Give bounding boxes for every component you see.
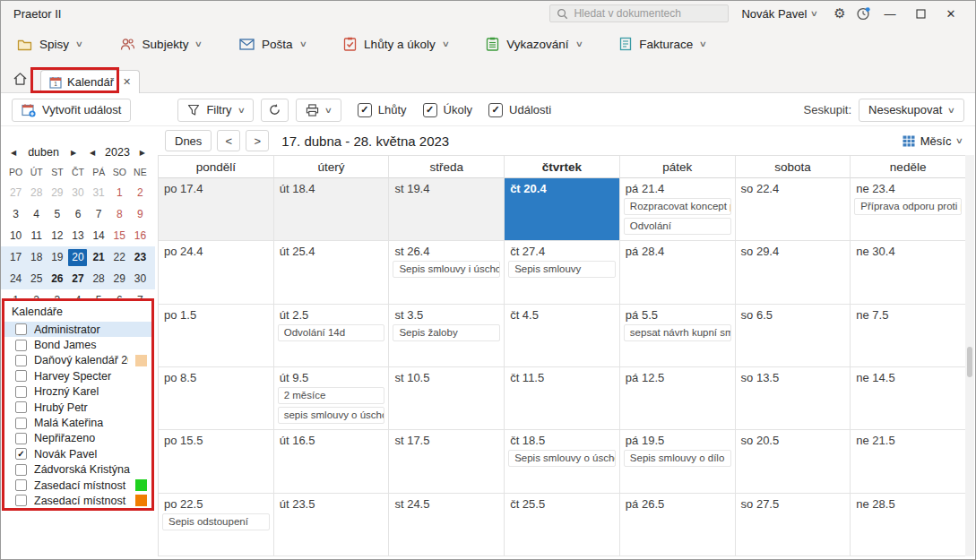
event-item[interactable]: Sepis smlouvy o dílo: [624, 450, 731, 467]
event-item[interactable]: Sepis smlouvy o úschově: [508, 450, 616, 467]
calendar-checkbox[interactable]: [15, 479, 27, 491]
day-cell[interactable]: po 22.5Sepis odstoupení: [159, 494, 274, 556]
day-cell[interactable]: po 1.5: [159, 305, 274, 367]
calendar-checkbox[interactable]: [15, 464, 27, 476]
mini-day-cell[interactable]: 27: [67, 268, 88, 289]
event-item[interactable]: Rozpracovat koncept podá: [624, 198, 731, 215]
mini-day-cell[interactable]: 2: [130, 182, 151, 203]
mini-day-cell[interactable]: 9: [130, 203, 151, 225]
event-item[interactable]: sepsat návrh kupní smlouvy: [624, 324, 731, 341]
event-item[interactable]: Sepis smlouvy i úschově: [393, 261, 500, 278]
calendar-list-item[interactable]: Zasedací místnost Cukr: [4, 478, 151, 493]
calendar-checkbox[interactable]: [15, 340, 27, 351]
day-cell[interactable]: st 19.4: [389, 178, 505, 241]
calendar-list-item[interactable]: Nepřiřazeno: [4, 431, 151, 446]
mini-day-cell[interactable]: 1: [109, 182, 130, 203]
filters-dropdown[interactable]: Filtry ∨: [177, 99, 254, 122]
mini-day-cell[interactable]: 25: [26, 268, 47, 289]
day-cell[interactable]: st 24.5: [389, 494, 505, 556]
mini-day-cell[interactable]: 8: [109, 203, 130, 225]
refresh-button[interactable]: [261, 99, 289, 122]
calendar-checkbox[interactable]: [15, 418, 27, 429]
view-selector[interactable]: Měsíc ∨: [903, 134, 963, 148]
calendar-checkbox[interactable]: [15, 370, 27, 382]
next-year-icon[interactable]: ▶: [137, 149, 148, 157]
day-cell[interactable]: pá 21.4Rozpracovat koncept podáOdvolání: [620, 178, 736, 241]
menu-item-lh-ty-a-koly[interactable]: Lhůty a úkoly∨: [343, 37, 448, 51]
tab-close-icon[interactable]: ✕: [123, 76, 131, 88]
user-menu[interactable]: Novák Pavel ∨: [741, 7, 817, 21]
help-status-icon[interactable]: [851, 4, 875, 23]
checkbox--koly[interactable]: ✓Úkoly: [423, 103, 473, 117]
settings-gear-icon[interactable]: ⚙: [828, 4, 851, 23]
mini-day-cell[interactable]: 24: [5, 268, 26, 289]
close-button[interactable]: ✕: [936, 3, 966, 24]
day-cell[interactable]: čt 11.5: [505, 367, 620, 430]
next-month-icon[interactable]: ▶: [68, 149, 79, 157]
day-cell[interactable]: st 17.5: [389, 430, 505, 493]
mini-day-cell[interactable]: 7: [89, 203, 109, 225]
mini-day-cell[interactable]: 3: [5, 203, 26, 225]
calendar-list-item[interactable]: ✓Novák Pavel: [4, 446, 151, 461]
event-item[interactable]: Odvolání 14d: [278, 324, 385, 341]
mini-day-cell[interactable]: 13: [67, 225, 88, 246]
day-cell[interactable]: út 2.5Odvolání 14d: [274, 305, 390, 367]
day-cell[interactable]: po 8.5: [159, 367, 274, 430]
mini-day-cell[interactable]: 26: [47, 268, 67, 289]
mini-day-cell[interactable]: 16: [130, 225, 151, 246]
day-cell[interactable]: čt 4.5: [505, 305, 620, 367]
day-cell[interactable]: čt 27.4Sepis smlouvy: [505, 241, 620, 304]
mini-day-cell[interactable]: 29: [109, 268, 130, 289]
day-cell[interactable]: pá 26.5: [620, 494, 736, 556]
minimize-button[interactable]: —: [875, 3, 905, 24]
mini-day-cell[interactable]: 29: [47, 182, 67, 203]
day-cell[interactable]: pá 28.4: [620, 241, 736, 304]
event-item[interactable]: Sepis žaloby: [393, 324, 500, 341]
day-cell[interactable]: út 16.5: [274, 430, 390, 493]
calendar-checkbox[interactable]: [15, 355, 27, 366]
event-item[interactable]: sepis smlouvy o úschově: [278, 407, 385, 424]
menu-item-po-ta[interactable]: Pošta∨: [239, 38, 306, 51]
event-item[interactable]: Sepis odstoupení: [162, 513, 270, 530]
menu-item-fakturace[interactable]: Fakturace∨: [619, 37, 706, 51]
day-cell[interactable]: út 23.5: [274, 494, 390, 556]
day-cell[interactable]: so 27.5: [736, 494, 851, 556]
day-cell[interactable]: čt 25.5: [505, 494, 620, 556]
day-cell[interactable]: pá 12.5: [620, 367, 736, 430]
calendar-checkbox[interactable]: [15, 323, 27, 335]
mini-day-cell[interactable]: 30: [130, 268, 151, 289]
mini-day-cell[interactable]: 10: [5, 225, 26, 246]
day-cell[interactable]: st 10.5: [389, 367, 505, 430]
event-item[interactable]: Odvolání: [624, 218, 731, 235]
day-cell[interactable]: ne 28.5: [851, 494, 966, 556]
mini-day-cell[interactable]: 6: [67, 203, 88, 225]
mini-day-cell[interactable]: 23: [130, 246, 151, 268]
prev-year-icon[interactable]: ◀: [87, 149, 98, 157]
day-cell[interactable]: ne 7.5: [851, 305, 966, 367]
mini-day-cell[interactable]: 11: [26, 225, 47, 246]
mini-day-cell[interactable]: 5: [47, 203, 67, 225]
calendar-checkbox[interactable]: [15, 433, 27, 444]
scrollbar-thumb[interactable]: [967, 347, 972, 377]
mini-day-cell[interactable]: 28: [89, 268, 109, 289]
vertical-scrollbar[interactable]: [965, 155, 974, 556]
day-cell[interactable]: út 18.4: [274, 178, 390, 241]
calendar-list-item[interactable]: Harvey Specter: [4, 368, 151, 383]
checkbox-ud-losti[interactable]: ✓Události: [488, 103, 551, 117]
mini-day-cell[interactable]: 12: [47, 225, 67, 246]
day-cell[interactable]: st 26.4Sepis smlouvy i úschově: [389, 241, 505, 304]
event-item[interactable]: Příprava odporu proti pla: [854, 198, 962, 215]
mini-day-cell[interactable]: 19: [47, 246, 67, 268]
day-cell[interactable]: po 17.4: [159, 178, 274, 241]
day-cell[interactable]: út 9.52 měsícesepis smlouvy o úschově: [274, 367, 390, 430]
day-cell[interactable]: po 24.4: [159, 241, 274, 304]
calendar-checkbox[interactable]: [15, 401, 27, 413]
menu-item-subjekty[interactable]: Subjekty∨: [120, 38, 202, 51]
search-input[interactable]: Hledat v dokumentech: [549, 4, 729, 22]
mini-day-cell[interactable]: 27: [5, 182, 26, 203]
day-cell[interactable]: čt 18.5Sepis smlouvy o úschově: [505, 430, 620, 493]
mini-day-cell[interactable]: 14: [89, 225, 109, 246]
today-button[interactable]: Dnes: [165, 130, 212, 151]
day-cell[interactable]: st 3.5Sepis žaloby: [389, 305, 505, 367]
mini-day-cell[interactable]: 30: [67, 182, 88, 203]
